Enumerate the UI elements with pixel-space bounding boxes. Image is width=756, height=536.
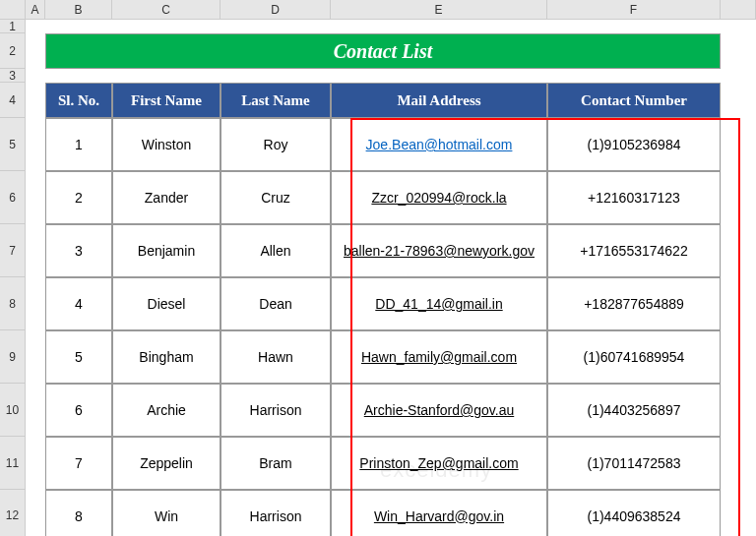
data-cell[interactable]: Benjamin (112, 224, 220, 277)
data-cell[interactable]: Dean (220, 277, 331, 330)
mail-link[interactable]: ballen-21-78963@newyork.gov (344, 243, 535, 259)
data-cell[interactable]: 2 (45, 171, 112, 224)
contact-cell[interactable]: (1)60741689954 (547, 330, 721, 384)
data-cell[interactable]: 6 (45, 384, 112, 437)
data-cell[interactable]: Zeppelin (112, 437, 220, 490)
data-cell[interactable]: Cruz (220, 171, 331, 224)
data-cell[interactable]: Diesel (112, 277, 220, 330)
mail-link[interactable]: Zzcr_020994@rock.la (371, 190, 506, 206)
mail-link[interactable]: Prinston_Zep@gmail.com (359, 455, 518, 471)
mail-cell[interactable]: Prinston_Zep@gmail.com (331, 437, 547, 490)
data-cell[interactable]: Winston (112, 118, 220, 171)
mail-link[interactable]: DD_41_14@gmail.in (375, 296, 502, 312)
data-cell[interactable]: Win (112, 490, 220, 536)
column-headers: ABCDEF (0, 0, 756, 20)
table-row: 7ZeppelinBramPrinston_Zep@gmail.com(1)70… (45, 437, 721, 490)
row-header[interactable]: 11 (0, 437, 26, 490)
row-header[interactable]: 6 (0, 171, 26, 224)
mail-cell[interactable]: ballen-21-78963@newyork.gov (331, 224, 547, 277)
row-header[interactable]: 5 (0, 118, 26, 171)
column-header[interactable]: C (112, 0, 220, 19)
mail-link[interactable]: Hawn_family@gmail.com (361, 349, 517, 365)
contact-cell[interactable]: +182877654889 (547, 277, 721, 330)
data-cell[interactable]: 5 (45, 330, 112, 384)
table-header-cell[interactable]: Mail Address (331, 83, 547, 118)
column-header[interactable]: F (547, 0, 721, 19)
table-row: 4DieselDeanDD_41_14@gmail.in+18287765488… (45, 277, 721, 330)
mail-link[interactable]: Joe.Bean@hotmail.com (366, 137, 513, 152)
data-cell[interactable]: Harrison (220, 384, 331, 437)
mail-link[interactable]: Win_Harvard@gov.in (374, 508, 504, 524)
mail-cell[interactable]: Win_Harvard@gov.in (331, 490, 547, 536)
table-header-cell[interactable]: Sl. No. (45, 83, 112, 118)
table-row: 5BinghamHawnHawn_family@gmail.com(1)6074… (45, 330, 721, 384)
mail-cell[interactable]: DD_41_14@gmail.in (331, 277, 547, 330)
column-header[interactable]: D (220, 0, 331, 19)
row-header[interactable]: 1 (0, 20, 26, 33)
column-header[interactable] (721, 0, 756, 19)
mail-cell[interactable]: Archie-Stanford@gov.au (331, 384, 547, 437)
table-row: 2ZanderCruzZzcr_020994@rock.la+121603171… (45, 171, 721, 224)
column-header[interactable]: A (26, 0, 45, 19)
row-header[interactable]: 8 (0, 277, 26, 330)
data-cell[interactable]: Roy (220, 118, 331, 171)
mail-cell[interactable]: Hawn_family@gmail.com (331, 330, 547, 384)
mail-cell[interactable]: Zzcr_020994@rock.la (331, 171, 547, 224)
column-header[interactable]: B (45, 0, 112, 19)
data-cell[interactable]: 8 (45, 490, 112, 536)
data-cell[interactable]: Hawn (220, 330, 331, 384)
table-header-cell[interactable]: Last Name (220, 83, 331, 118)
table-row: 3BenjaminAllenballen-21-78963@newyork.go… (45, 224, 721, 277)
contact-cell[interactable]: +12160317123 (547, 171, 721, 224)
data-cell[interactable]: 1 (45, 118, 112, 171)
row-header[interactable]: 7 (0, 224, 26, 277)
data-cell[interactable]: Zander (112, 171, 220, 224)
table-row: 8WinHarrisonWin_Harvard@gov.in(1)4409638… (45, 490, 721, 536)
data-cell[interactable]: Harrison (220, 490, 331, 536)
table-row: 1WinstonRoyJoe.Bean@hotmail.com(1)910523… (45, 118, 721, 171)
table-header-cell[interactable]: First Name (112, 83, 220, 118)
contact-cell[interactable]: (1)9105236984 (547, 118, 721, 171)
table-body: 1WinstonRoyJoe.Bean@hotmail.com(1)910523… (45, 118, 721, 536)
row-header[interactable]: 12 (0, 490, 26, 536)
table-row: 6ArchieHarrisonArchie-Stanford@gov.au(1)… (45, 384, 721, 437)
data-cell[interactable]: 4 (45, 277, 112, 330)
table-header-cell[interactable]: Contact Number (547, 83, 721, 118)
row-header[interactable]: 3 (0, 69, 26, 83)
row-header[interactable]: 4 (0, 83, 26, 118)
data-cell[interactable]: Allen (220, 224, 331, 277)
title-band: Contact List (45, 33, 721, 69)
column-header[interactable] (0, 0, 26, 19)
contact-cell[interactable]: (1)4409638524 (547, 490, 721, 536)
row-header[interactable]: 2 (0, 33, 26, 69)
data-cell[interactable]: 3 (45, 224, 112, 277)
contact-cell[interactable]: +1716553174622 (547, 224, 721, 277)
data-cell[interactable]: Bingham (112, 330, 220, 384)
contact-cell[interactable]: (1)4403256897 (547, 384, 721, 437)
row-header[interactable]: 9 (0, 330, 26, 384)
contact-cell[interactable]: (1)7011472583 (547, 437, 721, 490)
data-cell[interactable]: 7 (45, 437, 112, 490)
spreadsheet: ABCDEF 123456789101112 Contact List Sl. … (0, 0, 756, 536)
data-cell[interactable]: Archie (112, 384, 220, 437)
data-cell[interactable]: Bram (220, 437, 331, 490)
grid-area: Contact List Sl. No.First NameLast NameM… (26, 20, 756, 536)
row-headers: 123456789101112 (0, 20, 26, 536)
row-header[interactable]: 10 (0, 384, 26, 437)
title-text: Contact List (334, 40, 433, 63)
column-header[interactable]: E (331, 0, 547, 19)
mail-cell[interactable]: Joe.Bean@hotmail.com (331, 118, 547, 171)
mail-link[interactable]: Archie-Stanford@gov.au (364, 402, 514, 418)
table-header-row: Sl. No.First NameLast NameMail AddressCo… (45, 83, 721, 118)
